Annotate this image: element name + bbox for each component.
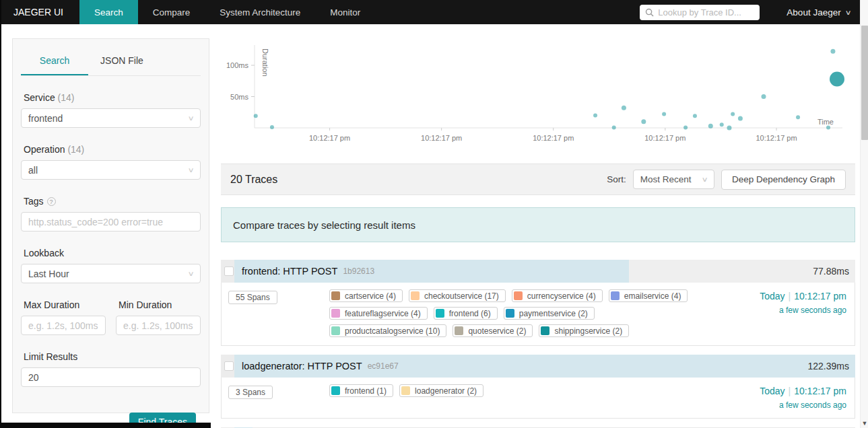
lookback-select[interactable]: Last Hour ∨	[21, 264, 201, 283]
date-separator: |	[785, 386, 795, 396]
service-chip-label: frontend (6)	[449, 309, 491, 318]
trace-date-col: Today|10:12:17 pma few seconds ago	[760, 289, 846, 337]
trace-scatter-point[interactable]	[622, 106, 626, 110]
chevron-down-icon: ∨	[187, 166, 194, 174]
trace-select-checkbox[interactable]	[224, 266, 234, 276]
trace-time-link[interactable]: 10:12:17 pm	[794, 386, 846, 396]
app-brand[interactable]: JAEGER UI	[0, 0, 79, 24]
about-jaeger-menu[interactable]: About Jaeger ∨	[787, 7, 850, 17]
min-duration-input[interactable]	[123, 320, 193, 331]
trace-scatter-point[interactable]	[796, 115, 800, 119]
trace-scatter-point[interactable]	[641, 119, 646, 124]
tab-search[interactable]: Search	[21, 48, 88, 75]
trace-scatter-point[interactable]	[762, 94, 766, 99]
service-chip-label: frontend (1)	[345, 386, 387, 396]
svg-text:Duration: Duration	[261, 48, 269, 77]
service-chip-area: cartservice (4)checkoutservice (17)curre…	[329, 289, 710, 337]
trace-scatter-point[interactable]	[612, 126, 616, 130]
tags-label: Tags?	[24, 196, 201, 207]
vertical-scrollbar[interactable]: ▼	[860, 0, 868, 428]
service-chip-label: checkoutservice (17)	[424, 291, 499, 301]
service-color-swatch	[514, 291, 523, 300]
trace-scatter-point[interactable]	[830, 49, 835, 54]
tab-json-file[interactable]: JSON File	[88, 48, 156, 75]
trace-time-link[interactable]: 10:12:17 pm	[794, 291, 846, 301]
service-select-value: frontend	[28, 113, 63, 124]
service-color-swatch	[611, 291, 620, 300]
trace-id: ec91e67	[368, 361, 399, 371]
service-chip: productcatalogservice (10)	[329, 324, 446, 337]
max-duration-label: Max Duration	[24, 299, 106, 310]
trace-lookup	[640, 5, 760, 20]
scroll-down-arrow-icon[interactable]: ▼	[861, 420, 868, 427]
service-select[interactable]: frontend ∨	[21, 108, 201, 128]
trace-scatter-point[interactable]	[593, 113, 597, 117]
nav-item-system-architecture[interactable]: System Architecture	[205, 0, 315, 24]
trace-name: frontend: HTTP POST	[242, 266, 337, 277]
trace-scatter-point[interactable]	[708, 124, 713, 129]
chevron-down-icon: ∨	[844, 9, 851, 16]
service-color-swatch	[541, 326, 549, 335]
tags-field	[21, 212, 201, 231]
trace-relative-time: a few seconds ago	[760, 400, 846, 410]
trace-scatter-point[interactable]	[731, 112, 735, 116]
max-duration-input[interactable]	[28, 320, 98, 331]
lookback-label: Lookback	[24, 248, 201, 258]
chevron-down-icon: ∨	[187, 270, 194, 277]
sort-select[interactable]: Most Recent ∨	[633, 170, 714, 189]
trace-date-link[interactable]: Today	[760, 386, 784, 396]
trace-result-item[interactable]: frontend: HTTP POST1b9261377.88ms55 Span…	[221, 260, 855, 346]
limit-results-input[interactable]	[28, 372, 193, 383]
tags-input[interactable]	[28, 217, 193, 227]
operation-label: Operation (14)	[24, 144, 201, 155]
service-chip: checkoutservice (17)	[409, 289, 506, 302]
service-chip: featureflagservice (4)	[329, 307, 428, 320]
scrollbar-thumb[interactable]	[861, 26, 868, 140]
about-jaeger-label: About Jaeger	[787, 7, 840, 17]
trace-scatter-point[interactable]	[720, 122, 724, 127]
service-chip: shippingservice (2)	[539, 324, 629, 337]
svg-text:10:12:17 pm: 10:12:17 pm	[756, 134, 797, 142]
trace-result-item[interactable]: loadgenerator: HTTP POSTec91e67122.39ms3…	[221, 355, 855, 419]
svg-text:50ms: 50ms	[230, 93, 248, 101]
service-color-swatch	[455, 326, 463, 335]
service-chip: frontend (1)	[329, 384, 393, 397]
trace-header[interactable]: frontend: HTTP POST1b9261377.88ms	[221, 260, 855, 283]
window-frame-left	[0, 0, 1, 428]
help-icon[interactable]: ?	[47, 197, 56, 206]
trace-id: 1b92613	[343, 266, 374, 276]
trace-body: 55 Spanscartservice (4)checkoutservice (…	[221, 283, 855, 346]
service-color-swatch	[331, 291, 340, 300]
trace-scatter-point[interactable]	[683, 126, 688, 130]
service-chip-area: frontend (1)loadgenerator (2)	[329, 384, 710, 410]
results-main: 100ms50ms10:12:17 pm10:12:17 pm10:12:17 …	[221, 37, 855, 428]
trace-scatter-point[interactable]	[270, 125, 274, 129]
service-chip: currencyservice (4)	[512, 289, 603, 302]
trace-select-checkbox[interactable]	[224, 361, 234, 371]
scatter-plot-svg[interactable]: 100ms50ms10:12:17 pm10:12:17 pm10:12:17 …	[221, 37, 855, 155]
trace-scatter-point[interactable]	[738, 116, 743, 121]
operation-select-value: all	[28, 165, 38, 176]
trace-scatter-point[interactable]	[693, 114, 697, 118]
nav-item-monitor[interactable]: Monitor	[315, 0, 375, 24]
date-separator: |	[785, 291, 795, 301]
trace-name: loadgenerator: HTTP POST	[242, 361, 362, 371]
trace-scatter-point[interactable]	[826, 126, 830, 130]
trace-scatter-point[interactable]	[662, 112, 666, 116]
trace-scatter-point[interactable]	[727, 126, 731, 131]
nav-item-search[interactable]: Search	[79, 0, 138, 24]
trace-header[interactable]: loadgenerator: HTTP POSTec91e67122.39ms	[221, 355, 855, 378]
service-color-swatch	[331, 386, 340, 395]
jaeger-search-page: JAEGER UI SearchCompareSystem Architectu…	[0, 0, 868, 428]
trace-scatter-point[interactable]	[830, 72, 844, 87]
nav-item-compare[interactable]: Compare	[138, 0, 205, 24]
service-chip-label: productcatalogservice (10)	[345, 326, 440, 336]
svg-text:10:12:17 pm: 10:12:17 pm	[309, 134, 350, 142]
trace-lookup-input[interactable]	[658, 7, 754, 17]
operation-select[interactable]: all ∨	[21, 160, 201, 180]
trace-date-link[interactable]: Today	[760, 291, 784, 301]
trace-scatter-point[interactable]	[254, 114, 258, 118]
chevron-down-icon: ∨	[701, 176, 708, 183]
service-chip-label: currencyservice (4)	[527, 291, 596, 301]
deep-dependency-graph-button[interactable]: Deep Dependency Graph	[721, 170, 846, 190]
